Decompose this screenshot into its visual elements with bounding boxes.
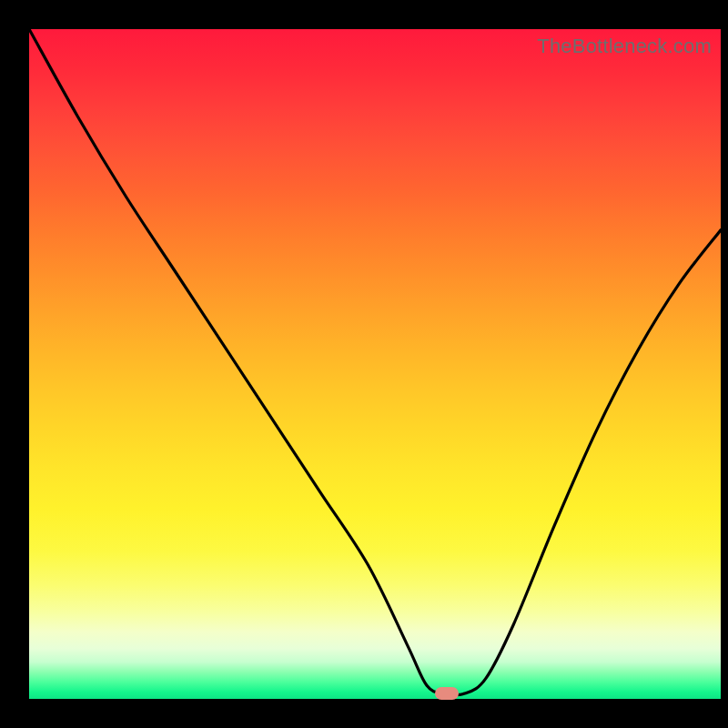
bottleneck-curve xyxy=(29,29,721,699)
optimal-point-marker xyxy=(435,687,459,700)
plot-area: TheBottleneck.com xyxy=(29,29,721,699)
curve-path xyxy=(29,29,721,695)
chart-frame: TheBottleneck.com xyxy=(0,0,728,728)
